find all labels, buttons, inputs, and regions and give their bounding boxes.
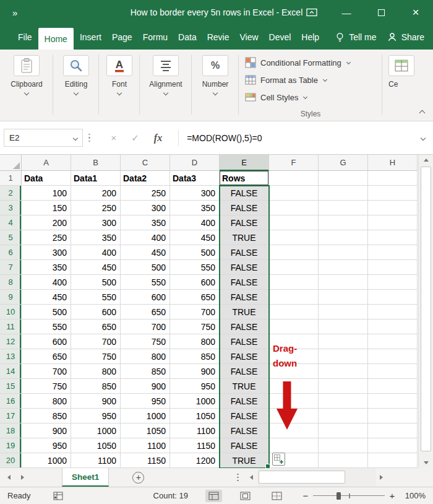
cell-A1[interactable]: Data	[22, 171, 71, 186]
cell-C19[interactable]: 1100	[121, 438, 170, 453]
cell-D3[interactable]: 350	[170, 201, 220, 215]
row-header-7[interactable]: 7	[0, 260, 22, 275]
cell-E8[interactable]: FALSE	[220, 275, 269, 290]
cell-H1[interactable]	[368, 171, 418, 186]
cell-A2[interactable]: 100	[22, 186, 71, 201]
cell-H14[interactable]	[368, 364, 418, 379]
cell-H20[interactable]	[368, 453, 418, 468]
cell-A12[interactable]: 600	[22, 334, 71, 349]
cell-F7[interactable]	[269, 260, 319, 275]
cell-D18[interactable]: 1100	[170, 424, 220, 438]
quick-access-toolbar-more-icon[interactable]: »	[12, 7, 17, 18]
page-break-view-button[interactable]	[268, 490, 285, 502]
row-header-9[interactable]: 9	[0, 290, 22, 305]
row-header-12[interactable]: 12	[0, 334, 22, 349]
tab-developer[interactable]: Devel	[265, 25, 296, 50]
row-header-18[interactable]: 18	[0, 424, 22, 438]
ribbon-group-cells-partial[interactable]: Ce	[382, 50, 433, 121]
cell-B2[interactable]: 200	[71, 186, 121, 201]
cell-H9[interactable]	[368, 290, 418, 305]
cell-E12[interactable]: FALSE	[220, 334, 269, 349]
row-header-13[interactable]: 13	[0, 349, 22, 364]
cell-G10[interactable]	[319, 305, 368, 319]
tab-page-layout[interactable]: Page	[108, 25, 137, 50]
cell-B6[interactable]: 400	[71, 245, 121, 260]
cell-A14[interactable]: 700	[22, 364, 71, 379]
cell-G4[interactable]	[319, 215, 368, 230]
cell-F9[interactable]	[269, 290, 319, 305]
cell-E7[interactable]: FALSE	[220, 260, 269, 275]
column-header-B[interactable]: B	[71, 155, 121, 171]
cell-A8[interactable]: 400	[22, 275, 71, 290]
cell-E2[interactable]: FALSE	[220, 186, 269, 201]
cell-G16[interactable]	[319, 394, 368, 409]
cell-H10[interactable]	[368, 305, 418, 319]
cell-G3[interactable]	[319, 201, 368, 215]
cell-E17[interactable]: FALSE	[220, 409, 269, 424]
cell-C4[interactable]: 350	[121, 215, 170, 230]
cell-F5[interactable]	[269, 230, 319, 245]
cell-A11[interactable]: 550	[22, 319, 71, 334]
cell-G19[interactable]	[319, 438, 368, 453]
zoom-level[interactable]: 100%	[400, 491, 426, 500]
scroll-right-button[interactable]	[376, 468, 387, 487]
cell-H6[interactable]	[368, 245, 418, 260]
cell-A10[interactable]: 500	[22, 305, 71, 319]
cell-F2[interactable]	[269, 186, 319, 201]
cell-E15[interactable]: TRUE	[220, 379, 269, 394]
cell-A20[interactable]: 1000	[22, 453, 71, 468]
cell-D7[interactable]: 550	[170, 260, 220, 275]
cell-B14[interactable]: 800	[71, 364, 121, 379]
cell-F4[interactable]	[269, 215, 319, 230]
share-button[interactable]: Share	[387, 25, 424, 50]
cell-H17[interactable]	[368, 409, 418, 424]
cell-B20[interactable]: 1100	[71, 453, 121, 468]
ribbon-group-alignment[interactable]: Alignment	[140, 50, 192, 121]
cell-H2[interactable]	[368, 186, 418, 201]
cell-D9[interactable]: 650	[170, 290, 220, 305]
cell-C5[interactable]: 400	[121, 230, 170, 245]
cell-E11[interactable]: FALSE	[220, 319, 269, 334]
row-header-14[interactable]: 14	[0, 364, 22, 379]
cell-F1[interactable]	[269, 171, 319, 186]
conditional-formatting-button[interactable]: Conditional Formatting	[245, 54, 350, 71]
column-header-E[interactable]: E	[220, 155, 269, 171]
cell-G18[interactable]	[319, 424, 368, 438]
scroll-left-button[interactable]	[246, 468, 257, 487]
cell-A19[interactable]: 950	[22, 438, 71, 453]
cell-D4[interactable]: 400	[170, 215, 220, 230]
cell-B1[interactable]: Data1	[71, 171, 121, 186]
cell-E3[interactable]: FALSE	[220, 201, 269, 215]
cell-A6[interactable]: 300	[22, 245, 71, 260]
cell-B4[interactable]: 300	[71, 215, 121, 230]
cell-H12[interactable]	[368, 334, 418, 349]
cell-D19[interactable]: 1150	[170, 438, 220, 453]
cell-E13[interactable]: FALSE	[220, 349, 269, 364]
cell-A18[interactable]: 900	[22, 424, 71, 438]
cell-H7[interactable]	[368, 260, 418, 275]
enter-icon[interactable]: ✓	[131, 133, 139, 144]
cell-A16[interactable]: 800	[22, 394, 71, 409]
cell-C7[interactable]: 500	[121, 260, 170, 275]
row-header-3[interactable]: 3	[0, 201, 22, 215]
cell-styles-button[interactable]: Cell Styles	[245, 89, 307, 106]
normal-view-button[interactable]	[205, 490, 222, 502]
cell-G12[interactable]	[319, 334, 368, 349]
column-header-H[interactable]: H	[368, 155, 418, 171]
ribbon-group-number[interactable]: % Number	[192, 50, 239, 121]
cell-E10[interactable]: TRUE	[220, 305, 269, 319]
cell-D8[interactable]: 600	[170, 275, 220, 290]
cell-C11[interactable]: 700	[121, 319, 170, 334]
cell-G1[interactable]	[319, 171, 368, 186]
cell-E4[interactable]: FALSE	[220, 215, 269, 230]
cell-C15[interactable]: 900	[121, 379, 170, 394]
formula-bar-splitter[interactable]	[88, 134, 90, 142]
tell-me-box[interactable]: Tell me	[332, 25, 380, 50]
row-header-11[interactable]: 11	[0, 319, 22, 334]
cell-C12[interactable]: 750	[121, 334, 170, 349]
vertical-scrollbar[interactable]	[418, 155, 433, 468]
insert-function-button[interactable]: fx	[154, 133, 162, 144]
cell-C6[interactable]: 450	[121, 245, 170, 260]
fill-handle[interactable]	[265, 464, 270, 468]
ribbon-group-editing[interactable]: Editing	[53, 50, 99, 121]
